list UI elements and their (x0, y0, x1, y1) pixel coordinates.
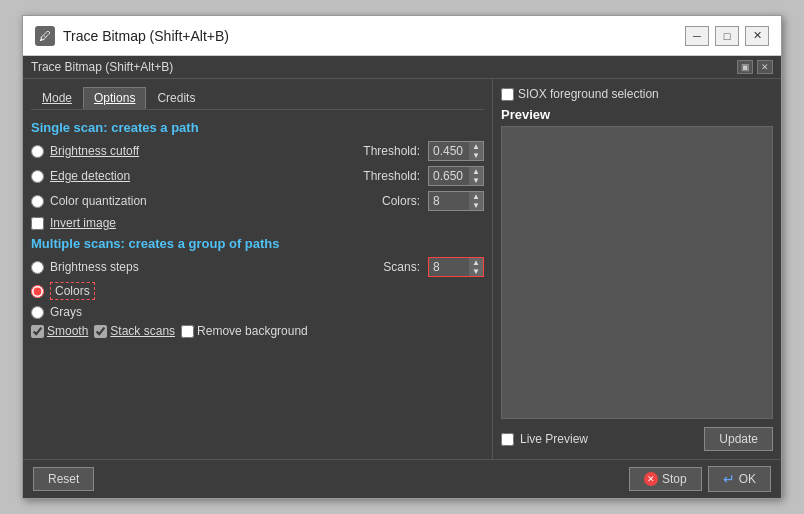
threshold-1-arrows: ▲ ▼ (469, 142, 483, 160)
title-bar-left: 🖊 Trace Bitmap (Shift+Alt+B) (35, 26, 229, 46)
update-button[interactable]: Update (704, 427, 773, 451)
invert-image-row: Invert image (31, 216, 484, 230)
threshold-2-control: Threshold: ▲ ▼ (363, 166, 484, 186)
color-quantization-row: Color quantization Colors: ▲ ▼ (31, 191, 484, 211)
threshold-2-arrows: ▲ ▼ (469, 167, 483, 185)
grays-radio-row: Grays (31, 305, 484, 319)
smooth-label: Smooth (47, 324, 88, 338)
inner-title-controls: ▣ ✕ (737, 60, 773, 74)
siox-label: SIOX foreground selection (518, 87, 659, 101)
threshold-1-label: Threshold: (363, 144, 420, 158)
colors-selected-label: Colors (50, 282, 95, 300)
grays-radio[interactable] (31, 306, 44, 319)
tab-options[interactable]: Options (83, 87, 146, 109)
colors-radio[interactable] (31, 285, 44, 298)
colors-spinbox[interactable]: ▲ ▼ (428, 191, 484, 211)
threshold-2-up[interactable]: ▲ (469, 167, 483, 176)
color-quantization-label: Color quantization (50, 194, 147, 208)
color-quantization-radio[interactable] (31, 195, 44, 208)
colors-input[interactable] (429, 192, 469, 210)
tabs: Mode Options Credits (31, 87, 484, 110)
stop-label: Stop (662, 472, 687, 486)
colors-arrows: ▲ ▼ (469, 192, 483, 210)
threshold-1-control: Threshold: ▲ ▼ (363, 141, 484, 161)
stop-icon: ✕ (644, 472, 658, 486)
brightness-steps-label: Brightness steps (50, 260, 139, 274)
bottom-checkboxes: Smooth Stack scans Remove background (31, 324, 484, 338)
multiple-scans-title: Multiple scans: creates a group of paths (31, 236, 484, 251)
remove-bg-checkbox-row: Remove background (181, 324, 308, 338)
live-preview-label: Live Preview (520, 432, 588, 446)
ok-button[interactable]: ↵ OK (708, 466, 771, 492)
siox-row: SIOX foreground selection (501, 87, 773, 101)
single-scan-title: Single scan: creates a path (31, 120, 484, 135)
scans-input[interactable] (429, 258, 469, 276)
remove-bg-checkbox[interactable] (181, 325, 194, 338)
inner-close-button[interactable]: ✕ (757, 60, 773, 74)
preview-label: Preview (501, 107, 773, 122)
stack-scans-checkbox-row: Stack scans (94, 324, 175, 338)
window-title: Trace Bitmap (Shift+Alt+B) (63, 28, 229, 44)
content-area: Mode Options Credits Single scan: create… (23, 79, 781, 459)
invert-image-checkbox[interactable] (31, 217, 44, 230)
ok-icon: ↵ (723, 471, 735, 487)
invert-image-label: Invert image (50, 216, 116, 230)
stack-scans-checkbox[interactable] (94, 325, 107, 338)
left-panel: Mode Options Credits Single scan: create… (23, 79, 493, 459)
bottom-right: ✕ Stop ↵ OK (629, 466, 771, 492)
colors-radio-row: Colors (31, 282, 484, 300)
maximize-button[interactable]: □ (715, 26, 739, 46)
threshold-2-down[interactable]: ▼ (469, 176, 483, 185)
smooth-checkbox-row: Smooth (31, 324, 88, 338)
stack-scans-label: Stack scans (110, 324, 175, 338)
title-bar-controls: ─ □ ✕ (685, 26, 769, 46)
brightness-steps-row: Brightness steps Scans: ▲ ▼ (31, 257, 484, 277)
brightness-cutoff-radio-row: Brightness cutoff (31, 144, 139, 158)
scans-spinbox[interactable]: ▲ ▼ (428, 257, 484, 277)
threshold-1-spinbox[interactable]: ▲ ▼ (428, 141, 484, 161)
main-window: 🖊 Trace Bitmap (Shift+Alt+B) ─ □ ✕ Trace… (22, 15, 782, 499)
colors-up[interactable]: ▲ (469, 192, 483, 201)
color-quantization-radio-row: Color quantization (31, 194, 147, 208)
tab-credits[interactable]: Credits (146, 87, 206, 109)
minimize-button[interactable]: ─ (685, 26, 709, 46)
grays-label: Grays (50, 305, 82, 319)
title-bar: 🖊 Trace Bitmap (Shift+Alt+B) ─ □ ✕ (23, 16, 781, 56)
scans-up[interactable]: ▲ (469, 258, 483, 267)
right-panel: SIOX foreground selection Preview Live P… (493, 79, 781, 459)
bottom-left: Reset (33, 467, 94, 491)
scans-control: Scans: ▲ ▼ (383, 257, 484, 277)
live-preview-row: Live Preview Update (501, 427, 773, 451)
threshold-1-input[interactable] (429, 142, 469, 160)
preview-area (501, 126, 773, 419)
threshold-2-input[interactable] (429, 167, 469, 185)
colors-label: Colors: (382, 194, 420, 208)
smooth-checkbox[interactable] (31, 325, 44, 338)
threshold-1-down[interactable]: ▼ (469, 151, 483, 160)
threshold-2-spinbox[interactable]: ▲ ▼ (428, 166, 484, 186)
colors-down[interactable]: ▼ (469, 201, 483, 210)
edge-detection-label: Edge detection (50, 169, 130, 183)
tab-mode[interactable]: Mode (31, 87, 83, 109)
close-button[interactable]: ✕ (745, 26, 769, 46)
brightness-steps-radio-row: Brightness steps (31, 260, 139, 274)
brightness-cutoff-radio[interactable] (31, 145, 44, 158)
live-preview-checkbox[interactable] (501, 433, 514, 446)
scans-down[interactable]: ▼ (469, 267, 483, 276)
reset-button[interactable]: Reset (33, 467, 94, 491)
remove-bg-label: Remove background (197, 324, 308, 338)
edge-detection-radio[interactable] (31, 170, 44, 183)
brightness-cutoff-label: Brightness cutoff (50, 144, 139, 158)
ok-label: OK (739, 472, 756, 486)
inner-title-bar: Trace Bitmap (Shift+Alt+B) ▣ ✕ (23, 56, 781, 79)
inner-window-title: Trace Bitmap (Shift+Alt+B) (31, 60, 173, 74)
app-icon: 🖊 (35, 26, 55, 46)
inner-window: Trace Bitmap (Shift+Alt+B) ▣ ✕ Mode Opti… (23, 56, 781, 498)
threshold-1-up[interactable]: ▲ (469, 142, 483, 151)
scans-arrows: ▲ ▼ (469, 258, 483, 276)
stop-button[interactable]: ✕ Stop (629, 467, 702, 491)
siox-checkbox[interactable] (501, 88, 514, 101)
threshold-2-label: Threshold: (363, 169, 420, 183)
brightness-steps-radio[interactable] (31, 261, 44, 274)
inner-float-button[interactable]: ▣ (737, 60, 753, 74)
